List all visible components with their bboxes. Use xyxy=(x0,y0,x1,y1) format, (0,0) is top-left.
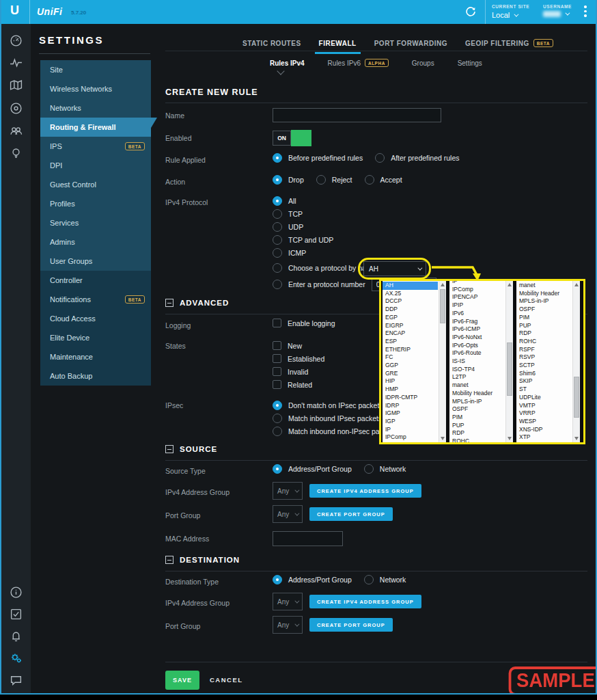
create-port-group-button[interactable]: CREATE PORT GROUP xyxy=(309,618,393,632)
protocol-option[interactable]: MPLS-in-IP xyxy=(449,398,505,406)
tab[interactable]: GEOIP FILTERING BETA xyxy=(465,39,553,54)
protocol-option[interactable]: VRRP xyxy=(516,409,572,418)
current-site-selector[interactable]: Local xyxy=(492,11,517,19)
protocol-option[interactable]: Mobility Header xyxy=(516,290,572,298)
protocol-option[interactable]: OSPF xyxy=(516,306,572,314)
protocol-option[interactable]: ST xyxy=(516,386,572,394)
protocol-option[interactable]: IDPR-CMTP xyxy=(383,394,438,402)
protocol-option[interactable]: WESP xyxy=(516,418,572,426)
radio-option[interactable]: Network xyxy=(364,575,406,584)
subtab[interactable]: Rules IPv4 xyxy=(270,59,305,67)
protocol-option[interactable]: IP xyxy=(449,281,505,286)
protocol-option[interactable]: Shim6 xyxy=(516,370,572,378)
state-checkbox[interactable]: Related xyxy=(273,378,324,391)
protocol-option[interactable]: HIP xyxy=(383,377,438,386)
tab[interactable]: PORT FORWARDING xyxy=(374,39,447,54)
collapse-icon[interactable] xyxy=(165,556,173,564)
protocol-option[interactable]: ISO-TP4 xyxy=(449,366,505,374)
radio-option[interactable]: Reject xyxy=(316,175,352,185)
radio-option[interactable]: Before predefined rules xyxy=(273,153,363,163)
protocol-option[interactable]: ENCAP xyxy=(383,329,438,338)
enable-logging-checkbox[interactable]: Enable logging xyxy=(273,319,335,327)
protocol-option[interactable]: XTP xyxy=(516,433,572,442)
sidebar-item[interactable]: Wireless Networks xyxy=(40,79,151,98)
protocol-option[interactable]: IP xyxy=(383,426,438,434)
protocol-option[interactable]: IPv6 xyxy=(449,310,505,318)
destination-ipv4-group-select[interactable]: Any xyxy=(273,593,303,610)
protocol-name-select[interactable]: AH xyxy=(363,261,426,276)
name-input[interactable] xyxy=(273,108,441,122)
protocol-option[interactable]: VMTP xyxy=(516,402,572,410)
protocol-option[interactable]: EGP xyxy=(383,314,438,322)
protocol-option[interactable]: PUP xyxy=(516,322,572,330)
sidebar-item[interactable]: Profiles xyxy=(40,194,151,213)
protocol-option[interactable]: manet xyxy=(516,282,572,290)
protocol-option[interactable]: IPENCAP xyxy=(449,293,505,301)
collapse-icon[interactable] xyxy=(165,445,173,453)
protocol-option[interactable]: IPComp xyxy=(383,433,438,442)
sidebar-item[interactable]: Maintenance xyxy=(40,347,151,366)
create-ipv4-address-group-button[interactable]: CREATE IPV4 ADDRESS GROUP xyxy=(309,595,421,608)
protocol-option[interactable]: IPv6-Route xyxy=(449,349,505,358)
protocol-option[interactable]: L2TP xyxy=(449,373,505,381)
protocol-option[interactable]: FC xyxy=(383,353,438,362)
protocol-option[interactable]: XNS-IDP xyxy=(516,426,572,434)
protocol-option[interactable]: IPv6-NoNxt xyxy=(449,334,505,342)
sidebar-item[interactable]: Site xyxy=(40,60,151,79)
create-ipv4-address-group-button[interactable]: CREATE IPV4 ADDRESS GROUP xyxy=(309,484,421,498)
radio-option[interactable]: TCP and UDP xyxy=(273,233,333,246)
radio-option[interactable]: Drop xyxy=(273,175,304,185)
map-icon[interactable] xyxy=(10,79,23,92)
sidebar-item[interactable]: User Groups xyxy=(40,252,151,271)
insights-icon[interactable] xyxy=(10,146,23,160)
protocol-option[interactable]: AH xyxy=(383,282,438,290)
protocol-option[interactable]: ESP xyxy=(383,338,438,346)
radio-option[interactable]: Match inbound IPsec packets xyxy=(273,412,396,425)
radio-option[interactable]: TCP xyxy=(273,207,333,220)
scrollbar[interactable] xyxy=(439,281,446,442)
devices-icon[interactable] xyxy=(10,101,23,115)
subtab[interactable]: Settings xyxy=(458,59,482,67)
username-selector[interactable] xyxy=(543,11,568,17)
radio-option[interactable]: Network xyxy=(364,464,406,474)
sidebar-item[interactable]: Cloud Access xyxy=(40,309,151,328)
scrollbar[interactable] xyxy=(505,281,513,442)
protocol-option[interactable]: PIM xyxy=(516,314,572,322)
source-ipv4-group-select[interactable]: Any xyxy=(273,482,303,500)
protocol-option[interactable]: ROHC xyxy=(516,338,572,346)
radio-option[interactable]: All xyxy=(273,194,333,207)
mac-address-input[interactable] xyxy=(273,531,343,546)
protocol-option[interactable]: RSVP xyxy=(516,353,572,362)
protocol-option[interactable]: GRE xyxy=(383,370,438,378)
protocol-option[interactable]: ROHC xyxy=(449,438,505,442)
statistics-icon[interactable] xyxy=(10,56,23,70)
info-icon[interactable] xyxy=(10,585,23,599)
enabled-toggle[interactable]: ON xyxy=(273,130,311,146)
cancel-button[interactable]: CANCEL xyxy=(210,676,243,684)
radio-option[interactable]: Address/Port Group xyxy=(273,464,352,474)
protocol-option[interactable]: IPv6-ICMP xyxy=(449,325,505,334)
save-button[interactable]: SAVE xyxy=(165,671,199,690)
protocol-option[interactable]: ETHERIP xyxy=(383,346,438,354)
sidebar-item[interactable]: Auto Backup xyxy=(40,366,151,386)
protocol-option[interactable]: manet xyxy=(449,381,505,390)
protocol-option[interactable]: EIGRP xyxy=(383,322,438,330)
radio-option[interactable]: ICMP xyxy=(273,246,333,259)
sidebar-item[interactable]: IPS BETA xyxy=(40,137,151,156)
protocol-option[interactable]: GGP xyxy=(383,362,438,370)
radio-option[interactable]: Address/Port Group xyxy=(273,575,352,584)
radio-option[interactable]: After predefined rules xyxy=(375,153,459,163)
scrollbar[interactable] xyxy=(572,281,580,442)
tab[interactable]: STATIC ROUTES xyxy=(242,39,301,54)
sidebar-item[interactable]: Networks xyxy=(40,98,151,118)
protocol-option[interactable]: DDP xyxy=(383,306,438,314)
sidebar-item[interactable]: DPI xyxy=(40,156,151,175)
protocol-option[interactable]: RDP xyxy=(516,329,572,338)
protocol-option[interactable]: RDP xyxy=(449,429,505,438)
radio-option[interactable]: Match inbound non-IPsec packets xyxy=(273,425,396,438)
protocol-option[interactable]: IGP xyxy=(383,418,438,426)
radio-option[interactable]: Accept xyxy=(365,175,402,185)
settings-gear-icon[interactable] xyxy=(10,651,23,664)
protocol-option[interactable]: DCCP xyxy=(383,297,438,306)
tab[interactable]: FIREWALL xyxy=(319,39,357,54)
